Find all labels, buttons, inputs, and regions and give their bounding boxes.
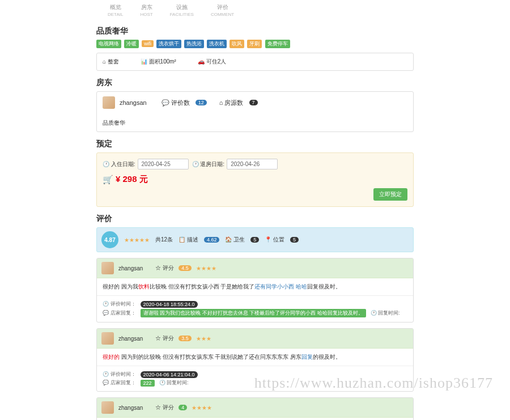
tag: 热洗浴 [184,40,204,48]
reviewer-name: zhangsan [118,265,143,271]
review-time-label: 🕐 评价时间： [103,371,136,378]
hygiene-label: 🏠 卫生 [225,236,245,244]
score-label: ☆ 评分 [155,334,174,342]
landlord-name: zhangsan [120,99,147,106]
host-reply: 222 [141,380,155,387]
info-area: 📊 面积100m² [141,58,176,66]
desc-label: 📋 描述 [178,236,198,244]
review-item: zhangsan ☆ 评分 4 ★★★★ 666555556555555 🕐 评… [96,397,414,420]
tab-detail[interactable]: 概览DETAIL [108,3,123,17]
info-type: ⌂ 整套 [103,58,119,66]
tag: 洗衣烘干 [156,40,181,48]
page-title: 品质奢华 [96,26,414,36]
score-circle: 4.87 [101,231,118,248]
ratings-heading: 评价 [96,214,414,224]
review-item: zhangsan ☆ 评分 4.5 ★★★★ 很好的 因为我饮料比较晚 但没有打… [96,258,414,323]
avatar [101,262,114,274]
desc-score: 4.62 [204,237,220,243]
host-reply: 谢谢啦 因为我们也比较晚 不好好打扰您去休息 下楼最后给了评分同学的小西 哈哈回… [141,309,366,317]
tab-comment[interactable]: 评价COMMENT [211,3,234,17]
house-count-badge: 7 [249,100,258,105]
book-now-button[interactable]: 立即预定 [373,188,407,201]
review-body: 666555556555555 [97,418,413,420]
stars-icon: ★★★★ [192,405,212,411]
info-capacity: 🚗 可住2人 [198,58,226,66]
review-body: 很好的 因为我饮料比较晚 但没有打扰女孩小西 于是她给我了还有同学小小西 哈哈回… [97,278,413,295]
booking-heading: 预定 [96,139,414,149]
reviewer-name: zhangsan [118,336,143,342]
tag: 电视网络 [96,40,121,48]
review-count-badge: 12 [196,100,207,105]
review-body: 很好的 因为到的比较晚 但没有打扰女孩东东 干就别说她了还在问东东东东 房东回复… [97,349,413,366]
stars-icon: ★★★ [196,336,211,342]
tag: 牙刷 [247,40,262,48]
stars-icon: ★★★★ [196,265,216,271]
review-score: 4 [178,405,187,410]
landlord-panel: zhangsan 💬 评价数 12 ⌂ 房源数 7 品质奢华 [96,91,414,132]
tab-host[interactable]: 房东HOST [140,3,152,17]
ratings-summary: 4.87 ★★★★★ 共12条 📋 描述4.62 🏠 卫生5 📍 位置5 [96,227,414,252]
score-label: ☆ 评分 [155,404,174,411]
location-label: 📍 位置 [265,236,284,244]
review-count-label: 💬 评价数 [162,99,190,107]
avatar [103,96,115,109]
score-label: ☆ 评分 [155,264,174,272]
review-score: 4.5 [178,265,192,271]
booking-panel: 🕐 入住日期: 🕐 退房日期: 🛒 ¥ 298 元 立即预定 [96,152,414,207]
avatar [101,401,114,414]
reply-time-label: 🕐 回复时间: [371,309,400,317]
review-time-label: 🕐 评价时间： [103,300,136,308]
checkin-input[interactable] [138,159,189,169]
landlord-desc: 品质奢华 [103,119,407,127]
review-time: 2020-04-06 14:21:04.0 [141,371,198,378]
cart-icon: 🛒 [103,175,113,185]
hygiene-score: 5 [250,237,259,243]
host-reply-label: 💬 店家回复： [103,309,136,317]
tag: 洗衣机 [207,40,227,48]
checkin-label: 🕐 入住日期: [103,160,135,168]
host-reply-label: 💬 店家回复： [103,379,136,387]
checkout-label: 🕐 退房日期: [192,160,225,168]
tag: 吹风 [230,40,244,48]
tag: 免费停车 [265,40,290,48]
total-reviews: 共12条 [155,236,173,244]
reviewer-name: zhangsan [118,405,143,411]
nav-tabs: 概览DETAIL 房东HOST 设施FACILITIES 评价COMMENT [96,0,414,19]
stars-icon: ★★★★★ [124,237,150,243]
tag: wifi [142,40,154,47]
reply-time-label: 🕐 回复时间: [159,379,189,387]
location-score: 5 [290,237,299,243]
house-count-label: ⌂ 房源数 [219,99,244,107]
avatar [101,332,114,345]
price: 🛒 ¥ 298 元 [103,174,148,185]
review-item: zhangsan ☆ 评分 3.5 ★★★ 很好的 因为到的比较晚 但没有打扰女… [96,328,414,392]
tag: 冷暖 [124,40,139,48]
info-panel: ⌂ 整套 📊 面积100m² 🚗 可住2人 [96,53,414,71]
checkout-input[interactable] [227,159,278,169]
amenity-tags: 电视网络 冷暖 wifi 洗衣烘干 热洗浴 洗衣机 吹风 牙刷 免费停车 [96,40,414,48]
tab-facilities[interactable]: 设施FACILITIES [170,3,194,17]
landlord-heading: 房东 [96,78,414,88]
review-time: 2020-04-18 18:55:24.0 [141,301,198,308]
review-score: 3.5 [178,336,192,341]
